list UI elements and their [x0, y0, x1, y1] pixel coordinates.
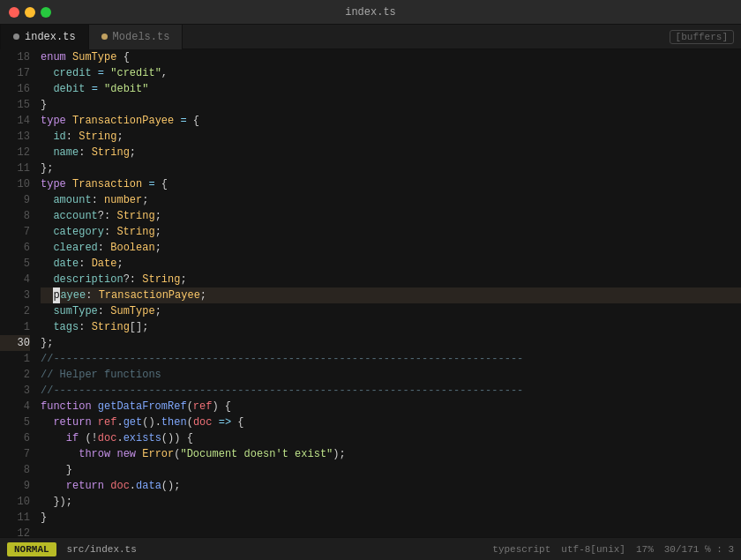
line-number: 7: [0, 446, 30, 462]
plain-token: ()) {: [161, 430, 193, 446]
param-token: ref: [193, 399, 213, 414]
tab-dot: [13, 34, 19, 40]
plain-token: ;: [155, 208, 161, 224]
plain-token: ().: [142, 414, 161, 430]
plain-token: [41, 65, 53, 81]
tab-label: Models.ts: [113, 31, 170, 43]
property-token: date: [53, 256, 79, 272]
code-line: throw new Error("Document doesn't exist"…: [41, 446, 741, 462]
plain-token: }: [41, 462, 72, 478]
line-number: 9: [0, 478, 30, 494]
line-number: 6: [0, 430, 30, 446]
plain-token: ) {: [212, 399, 231, 414]
property-token: credit: [53, 65, 91, 81]
code-line: description?: String;: [41, 272, 741, 287]
filetype: typescript: [492, 544, 550, 555]
plain-token: {: [155, 176, 168, 192]
code-line: account?: String;: [41, 208, 741, 224]
code-line: type TransactionPayee = {: [41, 113, 741, 129]
plain-token: :: [79, 256, 91, 272]
type-name-token: String: [92, 145, 130, 161]
plain-token: };: [41, 335, 53, 351]
plain-token: ;: [116, 129, 123, 145]
type-name-token: TransactionPayee: [99, 287, 200, 303]
close-button[interactable]: [9, 7, 19, 18]
code-line: tags: String[];: [41, 319, 741, 335]
line-number: 11: [0, 161, 30, 176]
plain-token: ;: [155, 240, 161, 256]
line-number: 1: [0, 319, 30, 335]
tab-bar: index.ts Models.ts [buffers]: [0, 25, 741, 49]
line-number: 10: [0, 494, 30, 510]
plain-token: ?:: [124, 272, 143, 287]
param-token: doc: [110, 478, 130, 494]
plain-token: {: [116, 49, 129, 65]
property-token: sumType: [53, 303, 97, 319]
code-line: return doc.data();: [41, 478, 741, 494]
position: 30/171 ℅ : 3: [664, 544, 734, 555]
param-token: ref: [98, 414, 117, 430]
scroll-percent: 17%: [636, 544, 654, 555]
plain-token: [41, 145, 53, 161]
buffers-button[interactable]: [buffers]: [670, 30, 734, 44]
plain-token: :: [98, 303, 110, 319]
type-name-token: SumType: [110, 303, 154, 319]
type-name-token: Error: [142, 446, 174, 462]
property-token: amount: [53, 192, 91, 208]
kw-token: throw: [79, 446, 116, 462]
kw-token: function: [41, 399, 98, 414]
line-number: 8: [0, 208, 30, 224]
code-line: enum SumType {: [41, 49, 741, 65]
type-name-token: String: [92, 319, 130, 335]
tab-label: index.ts: [25, 31, 76, 43]
plain-token: [212, 414, 218, 430]
line-number: 30: [0, 335, 30, 351]
plain-token: {: [187, 113, 199, 129]
line-number: 17: [0, 65, 30, 81]
code-area[interactable]: enum SumType { credit = "credit", debit …: [37, 49, 741, 537]
plain-token: (: [174, 446, 180, 462]
file-path: src/index.ts: [67, 544, 137, 555]
str-token: "debit": [104, 81, 148, 97]
plain-token: [174, 113, 180, 129]
plain-token: :: [66, 129, 79, 145]
kw-token: type: [41, 176, 72, 192]
tab-models-ts[interactable]: Models.ts: [89, 25, 183, 49]
plain-token: [41, 272, 53, 287]
plain-token: [41, 208, 53, 224]
tab-index-ts[interactable]: index.ts: [0, 25, 89, 49]
plain-token: :: [104, 224, 116, 240]
plain-token: });: [41, 494, 72, 510]
maximize-button[interactable]: [41, 7, 51, 18]
code-line: function getDataFromRef(ref) {: [41, 399, 741, 414]
type-name-token: TransactionPayee: [72, 113, 174, 129]
code-line: amount: number;: [41, 192, 741, 208]
plain-token: (!: [85, 430, 97, 446]
code-line: });: [41, 494, 741, 510]
line-numbers: 1817161514131211109876543213012345678910…: [0, 49, 37, 537]
fn-name-token: getDataFromRef: [98, 399, 187, 414]
line-number: 4: [0, 399, 30, 414]
cursor: p: [53, 287, 60, 303]
plain-token: [98, 81, 104, 97]
code-line: id: String;: [41, 129, 741, 145]
line-number: 12: [0, 526, 30, 537]
code-line: //--------------------------------------…: [41, 351, 741, 367]
title-bar: index.ts: [0, 0, 741, 25]
plain-token: :: [92, 192, 104, 208]
kw-token: return: [66, 478, 110, 494]
code-line: };: [41, 161, 741, 176]
plain-token: [41, 303, 53, 319]
minimize-button[interactable]: [25, 7, 35, 18]
code-line: return ref.get().then(doc => {: [41, 414, 741, 430]
fn-name-token: get: [124, 414, 143, 430]
type-name-token: String: [116, 224, 154, 240]
line-number: 2: [0, 303, 30, 319]
type-name-token: Transaction: [72, 176, 142, 192]
type-name-token: SumType: [72, 49, 116, 65]
type-name-token: Boolean: [110, 240, 154, 256]
plain-token: [41, 319, 53, 335]
plain-token: (: [187, 414, 193, 430]
editor-mode: NORMAL: [7, 542, 56, 556]
property-token: description: [53, 272, 123, 287]
